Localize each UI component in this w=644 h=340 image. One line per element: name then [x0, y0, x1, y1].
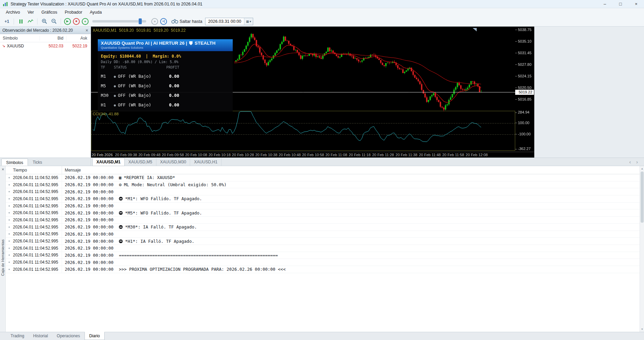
journal-message-text: *REPORTE IA: XAUUSD*: [124, 175, 175, 180]
chart-high-value: 5019.81: [136, 28, 151, 33]
chart-tab-xauusd,m1[interactable]: XAUUSD,M1: [92, 158, 125, 166]
journal-time-cell: 2026.04.01 11:04:52.995: [6, 245, 62, 252]
minimize-button[interactable]: –: [597, 0, 613, 8]
binoculars-icon: [171, 19, 178, 24]
hud-status-text: OFF (WR Bajo): [118, 74, 151, 79]
market-watch-row[interactable]: ↘XAUUSD5022.035022.19: [0, 42, 91, 49]
journal-row[interactable]: 2026.04.01 11:04:52.9952026.02.19 00:00:…: [6, 231, 640, 238]
shield-icon: [189, 41, 193, 45]
journal-row[interactable]: 2026.04.01 11:04:52.9952026.02.19 00:00:…: [6, 224, 640, 231]
journal-time-cell: 2026.04.01 11:04:52.995: [6, 238, 62, 245]
app-icon: [3, 2, 8, 6]
toolbox-tab-diario[interactable]: Diario: [85, 332, 105, 340]
jump-date-combo[interactable]: 2026.03.31 00:00 ▦ ▾: [205, 18, 253, 25]
noentry-icon: [119, 211, 123, 215]
journal-message-text: *H1*: IA Falló. TF Apagado.: [125, 239, 194, 244]
toolbox-tab-operaciones[interactable]: Operaciones: [52, 332, 85, 340]
chart-tab-xauusd,h1[interactable]: XAUUSD,H1: [190, 158, 221, 166]
menu-item-gráficos[interactable]: Gráficos: [37, 9, 61, 16]
journal-time-cell: 2026.04.01 11:04:52.995: [6, 181, 62, 188]
tab-símbolos[interactable]: Símbolos: [1, 159, 28, 166]
chart-line-button[interactable]: [26, 17, 34, 26]
zoom-in-button[interactable]: [40, 17, 48, 26]
time-axis-label: 20 Feb 11:38: [396, 153, 417, 157]
market-watch-close-icon[interactable]: ×: [86, 28, 88, 33]
menu-item-archivo[interactable]: Archivo: [2, 9, 24, 16]
close-button[interactable]: ×: [628, 0, 644, 8]
jump-date-value[interactable]: 2026.03.31 00:00: [205, 19, 244, 24]
price-scale-label: 5016.85: [515, 97, 532, 101]
skip-to-end-button[interactable]: »|: [160, 18, 167, 25]
menu-item-ayuda[interactable]: Ayuda: [86, 9, 105, 16]
hud-timeframe-row: M30●OFF (WR Bajo)0.00: [101, 93, 230, 98]
journal-row[interactable]: 2026.04.01 11:04:52.9952026.02.19 00:00:…: [6, 217, 640, 224]
menu-item-probador[interactable]: Probador: [61, 9, 86, 16]
toolbox-tab-trading[interactable]: Trading: [6, 332, 29, 340]
time-axis-label: 20 Feb 11:58: [442, 153, 464, 157]
journal-row[interactable]: 2026.04.01 11:04:52.9952026.02.19 00:00:…: [6, 209, 640, 217]
speed-slider[interactable]: [92, 20, 146, 23]
journal-row[interactable]: 2026.04.01 11:04:52.9952026.02.19 00:00:…: [6, 195, 640, 203]
jump-date-dropdown[interactable]: ▦ ▾: [244, 18, 253, 25]
scroll-up-icon[interactable]: ▲: [640, 166, 644, 171]
maximize-button[interactable]: □: [613, 0, 628, 8]
cci-scale-label: 100.00: [515, 121, 530, 125]
stop-button[interactable]: ■: [73, 18, 80, 25]
journal-message-date: 2026.02.19 00:00:00: [65, 182, 113, 187]
hud-table-header: TF STATUS PROFIT: [101, 65, 230, 69]
price-scale[interactable]: 5038.755035.105031.455027.805024.155020.…: [515, 27, 534, 152]
pause-visualization-button[interactable]: [17, 17, 25, 26]
chart-close-value: 5019.22: [171, 28, 186, 33]
journal-row[interactable]: 2026.04.01 11:04:52.9952026.02.19 00:00:…: [6, 238, 640, 245]
toolbox-tab-historial[interactable]: Historial: [29, 332, 52, 340]
toolbar-separator: [61, 18, 61, 25]
time-axis-label: 20 Feb 12:08: [466, 153, 488, 157]
tab-ticks[interactable]: Ticks: [28, 159, 47, 166]
hud-profit-value: 0.00: [163, 102, 179, 107]
toolbox-close-icon[interactable]: ×: [1, 167, 5, 172]
journal-row[interactable]: 2026.04.01 11:04:52.9952026.02.19 00:00:…: [6, 266, 640, 273]
journal-scrollbar-thumb[interactable]: [641, 172, 644, 223]
journal-message-date: 2026.02.19 00:00:00: [65, 217, 113, 222]
zoom-out-button[interactable]: [50, 17, 58, 26]
scroll-right-icon[interactable]: ›: [636, 159, 638, 165]
journal-row[interactable]: 2026.04.01 11:04:52.9952026.02.19 00:00:…: [6, 174, 640, 181]
restart-button[interactable]: «: [82, 18, 89, 25]
hud-profit-value: 0.00: [163, 93, 179, 98]
scroll-down-icon[interactable]: ▼: [640, 327, 644, 331]
time-axis-label: 20 Feb 2026: [92, 153, 113, 157]
menu-item-ver[interactable]: Ver: [24, 9, 38, 16]
journal-row[interactable]: 2026.04.01 11:04:52.9952026.02.19 00:00:…: [6, 188, 640, 195]
journal-message-text: >>> PROXIMA OPTIMIZACION PROGRAMADA PARA…: [119, 267, 286, 272]
ask-value: 5022.19: [66, 44, 90, 48]
skip-button-disabled[interactable]: »: [151, 18, 158, 25]
chart-tab-xauusd,m30[interactable]: XAUUSD,M30: [156, 158, 190, 166]
chart-tab-xauusd,m5[interactable]: XAUUSD,M5: [125, 158, 156, 166]
cursor-tool-button[interactable]: +1: [3, 17, 11, 26]
journal-row[interactable]: 2026.04.01 11:04:52.9952026.02.19 00:00:…: [6, 252, 640, 259]
toolbox-side-strip: × Caja de Herramientas: [0, 166, 6, 332]
journal-row[interactable]: 2026.04.01 11:04:52.9952026.02.19 00:00:…: [6, 203, 640, 210]
journal-row[interactable]: 2026.04.01 11:04:52.9952026.02.19 00:00:…: [6, 245, 640, 252]
journal-scrollbar[interactable]: ▲ ▼: [640, 166, 644, 332]
toolbar: +1 ▶ ■ « » »| Saltar hasta 2026.03.31 00…: [0, 16, 644, 27]
scroll-left-icon[interactable]: ‹: [629, 159, 631, 165]
hud-status-text: OFF (WR Bajo): [118, 102, 151, 107]
play-button[interactable]: ▶: [64, 18, 71, 25]
price-scale-label: 5031.45: [515, 51, 532, 55]
symbol-name: XAUUSD: [7, 44, 24, 48]
speed-slider-thumb[interactable]: [139, 18, 142, 24]
journal-row[interactable]: 2026.04.01 11:04:52.9952026.02.19 00:00:…: [6, 181, 640, 189]
cursor-icon: +1: [4, 19, 9, 24]
mdi-background: [534, 27, 644, 158]
price-scale-label: 5020.50: [515, 86, 532, 90]
market-watch-col-header: Bid: [40, 36, 66, 41]
journal-message-date: 2026.02.19 00:00:00: [65, 224, 113, 230]
journal-message-cell: 2026.02.19 00:00:00: [62, 203, 119, 208]
zoom-out-icon: [51, 18, 57, 24]
journal-row[interactable]: 2026.04.01 11:04:52.9952026.02.19 00:00:…: [6, 259, 640, 266]
journal-message-date: 2026.02.19 00:00:00: [65, 203, 113, 208]
time-axis[interactable]: 20 Feb 202620 Feb 09:3820 Feb 09:4820 Fe…: [91, 152, 534, 158]
journal-col-mensaje: Mensaje: [62, 168, 81, 173]
price-scale-label: 5024.15: [515, 74, 532, 78]
